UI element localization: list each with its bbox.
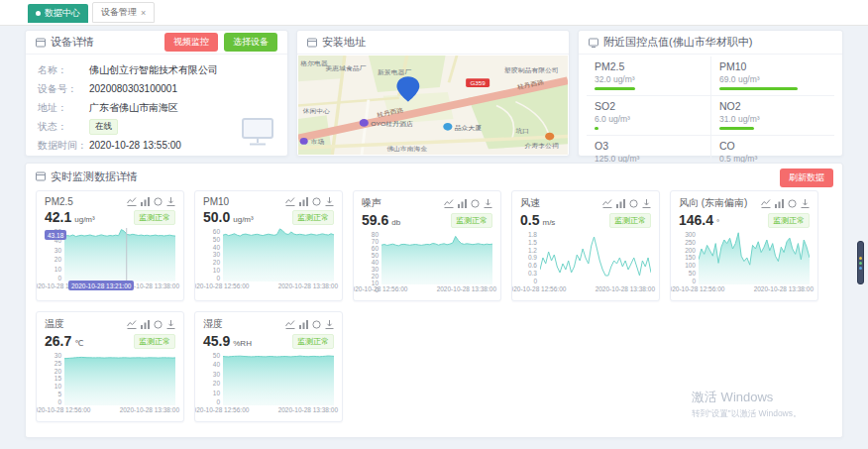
download-icon[interactable] — [484, 199, 492, 208]
metric-name: NO2 — [719, 100, 826, 112]
refresh-icon[interactable] — [154, 320, 163, 329]
sparkline-chart — [64, 352, 175, 405]
download-icon[interactable] — [642, 199, 651, 208]
close-icon[interactable]: × — [141, 8, 146, 18]
device-field-row: 设备号： 2020080303100001 — [38, 79, 275, 98]
refresh-icon[interactable] — [154, 197, 163, 206]
tab-bar: 数据中心 设备管理 × — [0, 0, 868, 26]
download-icon[interactable] — [325, 320, 334, 329]
refresh-icon[interactable] — [471, 199, 480, 208]
metric-name: PM10 — [719, 60, 826, 72]
metric-name: SO2 — [595, 100, 703, 112]
chart-value: 146.4 — [679, 212, 713, 228]
map-label: 休闲中心 — [303, 108, 331, 115]
bar-chart-icon[interactable] — [299, 320, 308, 329]
status-badge: 监测正常 — [134, 210, 175, 225]
bar-chart-icon[interactable] — [141, 320, 150, 329]
device-field-row: 名称： 佛山创立行智能技术有限公司 — [38, 60, 275, 79]
select-device-button[interactable]: 选择设备 — [224, 33, 277, 52]
metric-bar — [595, 87, 635, 90]
chart-unit: ug/m³ — [74, 215, 94, 224]
video-monitor-button[interactable]: 视频监控 — [164, 33, 218, 52]
refresh-icon[interactable] — [312, 197, 321, 206]
floating-widget[interactable] — [857, 241, 864, 284]
bar-chart-icon[interactable] — [299, 197, 308, 206]
y-axis: 302520151050 — [45, 352, 64, 405]
sensor-chart-card: 风速 0.5 m/s 监测正常 1 — [511, 190, 660, 301]
x-axis-end-label: 2020-10-28 13:38:00 — [278, 406, 338, 413]
panel-title: 设备详情 — [51, 35, 94, 50]
sparkline-chart — [223, 352, 334, 405]
field-value: 佛山创立行智能技术有限公司 — [89, 63, 218, 77]
map-hotel-icon — [360, 119, 369, 127]
bar-chart-icon[interactable] — [775, 199, 784, 208]
monitor-icon — [240, 116, 275, 148]
metric-cell: PM2.5 32.0 ug/m³ — [587, 56, 710, 96]
refresh-data-button[interactable]: 刷新数据 — [780, 168, 833, 187]
bar-chart-icon[interactable] — [141, 197, 150, 206]
chart-unit: db — [391, 218, 400, 227]
chart-unit: ℃ — [74, 339, 83, 348]
chart-value: 45.9 — [203, 333, 230, 349]
field-label: 名称： — [38, 63, 89, 77]
refresh-icon[interactable] — [629, 199, 638, 208]
bar-chart-icon[interactable] — [616, 199, 625, 208]
metric-name: CO — [719, 140, 826, 152]
tab-data-center[interactable]: 数据中心 — [28, 4, 88, 23]
chart-title: 湿度 — [203, 317, 285, 331]
tab-device-management[interactable]: 设备管理 × — [92, 2, 155, 23]
status-badge: 监测正常 — [768, 213, 810, 228]
line-chart-icon[interactable] — [602, 199, 612, 208]
download-icon[interactable] — [166, 197, 175, 206]
y-axis: 50403020100 — [203, 352, 223, 405]
panel-icon — [36, 38, 46, 48]
map-tower-icon — [443, 123, 452, 131]
metric-value: 6.0 ug/m³ — [595, 114, 703, 124]
x-axis-start-label: 2020-10-28 12:56:00 — [670, 285, 724, 292]
map-label: 介寿李公祠 — [525, 143, 559, 150]
chart-value: 50.0 — [203, 209, 230, 225]
y-axis: 6050403020100 — [203, 228, 223, 281]
chart-title: 风速 — [520, 196, 602, 210]
line-chart-icon[interactable] — [285, 320, 295, 329]
refresh-icon[interactable] — [788, 199, 797, 208]
chart-value: 0.5 — [520, 212, 539, 228]
chart-title: PM2.5 — [45, 196, 127, 207]
bar-chart-icon[interactable] — [458, 199, 467, 208]
line-chart-icon[interactable] — [444, 199, 454, 208]
tab-label: 设备管理 — [101, 6, 137, 19]
map-market-icon — [300, 138, 308, 145]
x-axis-start-label: 2020-10-28 12:56:00 — [36, 406, 90, 413]
refresh-icon[interactable] — [312, 320, 321, 329]
map-label: 佛山市南海金 — [386, 146, 428, 153]
status-badge: 监测正常 — [609, 213, 651, 228]
sparkline-chart — [223, 228, 334, 281]
download-icon[interactable] — [166, 320, 175, 329]
status-badge: 监测正常 — [451, 213, 492, 228]
metric-bar — [719, 87, 798, 90]
map-label: 市场 — [311, 139, 325, 146]
national-station-card: 附近国控点值(佛山市华材职中) PM2.5 32.0 ug/m³ PM10 69… — [578, 30, 843, 157]
line-chart-icon[interactable] — [761, 199, 771, 208]
chart-unit: ug/m³ — [233, 215, 253, 224]
metric-name: PM2.5 — [595, 60, 703, 72]
chart-title: PM10 — [203, 196, 285, 207]
map-label: 新景电器厂 — [378, 69, 412, 76]
metric-value: 31.0 ug/m³ — [719, 114, 826, 124]
metric-value: 69.0 ug/m³ — [719, 74, 826, 84]
metric-value: 32.0 ug/m³ — [595, 74, 703, 84]
chart-value: 59.6 — [362, 212, 388, 228]
field-label: 地址： — [38, 101, 89, 115]
chart-title: 风向 (东南偏南) — [679, 196, 761, 210]
sparkline-chart — [381, 231, 492, 284]
charts-grid: PM2.5 42.1 ug/m³ 监测正常 — [26, 185, 842, 422]
line-chart-icon[interactable] — [285, 197, 295, 206]
download-icon[interactable] — [325, 197, 334, 206]
map[interactable]: 桂丹西路 桂丹西路 G359 格尔电器 美惠城食品厂 新景电器厂 塑胶制品有限公… — [298, 56, 568, 155]
line-chart-icon[interactable] — [127, 320, 137, 329]
map-label: OYO桂丹酒店 — [371, 120, 413, 127]
download-icon[interactable] — [801, 199, 810, 208]
status-badge: 监测正常 — [134, 334, 175, 349]
x-axis-end-label: 2020-10-28 13:38:00 — [596, 285, 655, 292]
line-chart-icon[interactable] — [127, 197, 137, 206]
